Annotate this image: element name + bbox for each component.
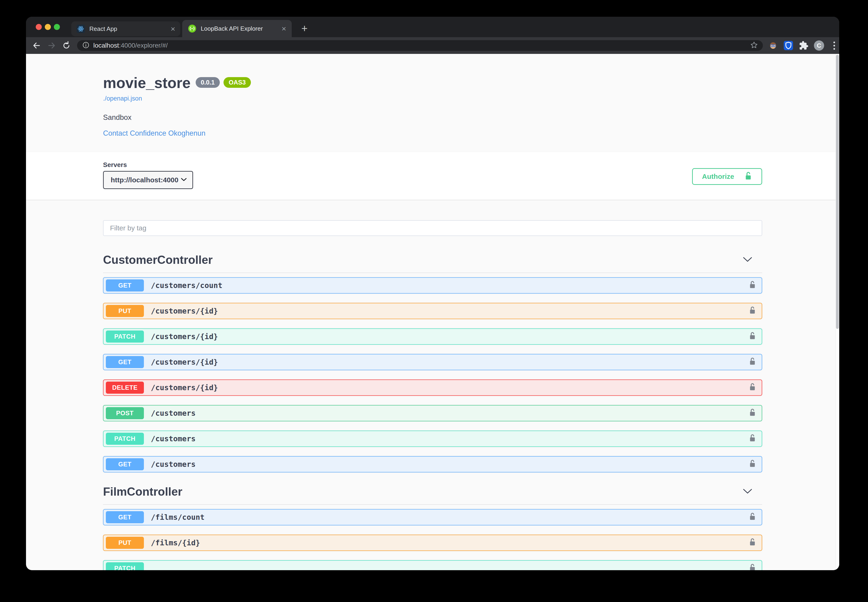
lock-icon[interactable] (748, 306, 756, 316)
profile-avatar[interactable]: C (814, 40, 824, 51)
react-icon (77, 25, 85, 33)
oas3-badge: OAS3 (224, 77, 251, 88)
browser-toolbar: localhost:4000/explorer/#/ (26, 37, 839, 54)
filter-input[interactable] (103, 220, 762, 236)
collapse-chevron-icon[interactable] (742, 256, 752, 263)
method-badge: GET (106, 511, 144, 523)
window-controls (36, 17, 60, 37)
chevron-down-icon (181, 177, 187, 183)
tab-react-app[interactable]: React App × (71, 22, 180, 36)
unlock-icon (744, 171, 752, 182)
operation-row[interactable]: GET /customers (103, 456, 762, 472)
operation-row[interactable]: PATCH (103, 560, 762, 570)
tab-loopback-explorer[interactable]: LoopBack API Explorer × (182, 20, 292, 37)
authorize-label: Authorize (702, 172, 734, 180)
lock-icon[interactable] (748, 459, 756, 469)
method-badge: PATCH (106, 433, 144, 445)
section-title: CustomerController (103, 253, 213, 267)
op-path: /customers (151, 434, 196, 443)
scrollbar-track[interactable] (836, 54, 839, 570)
servers-label: Servers (103, 161, 193, 169)
section-header[interactable]: CustomerController (103, 253, 762, 273)
persona-extension-icon[interactable] (768, 40, 778, 51)
method-badge: GET (106, 356, 144, 368)
operation-row[interactable]: PUT /films/{id} (103, 534, 762, 551)
extensions-puzzle-icon[interactable] (799, 40, 809, 51)
lock-icon[interactable] (748, 357, 756, 367)
lock-icon[interactable] (748, 281, 756, 290)
api-description: Sandbox (103, 113, 762, 122)
bitwarden-extension-icon[interactable] (783, 40, 793, 51)
lock-icon[interactable] (748, 408, 756, 418)
section-rows: GET /customers/count PUT /customers/{id}… (103, 273, 762, 472)
lock-icon[interactable] (748, 538, 756, 548)
method-badge: PATCH (106, 562, 144, 570)
kebab-menu-icon[interactable] (829, 41, 839, 50)
zoom-window-button[interactable] (54, 24, 60, 30)
operation-row[interactable]: PATCH /customers (103, 431, 762, 447)
lock-icon[interactable] (748, 383, 756, 393)
star-icon[interactable] (750, 41, 758, 50)
api-section: FilmController GET /films/count PUT /fil… (103, 485, 762, 570)
method-badge: POST (106, 407, 144, 419)
api-section: CustomerController GET /customers/count … (103, 253, 762, 472)
contact-link[interactable]: Contact Confidence Okoghenun (103, 129, 205, 138)
browser-window: React App × LoopBack API Explorer × (26, 17, 839, 570)
tab-close-icon[interactable]: × (171, 25, 175, 33)
op-path: /customers/{id} (151, 332, 218, 341)
operation-row[interactable]: PUT /customers/{id} (103, 303, 762, 319)
server-select[interactable]: http://localhost:4000 (103, 171, 193, 189)
tab-label: React App (89, 25, 167, 32)
op-path: /customers/{id} (151, 307, 218, 315)
operation-row[interactable]: PATCH /customers/{id} (103, 329, 762, 345)
openapi-spec-link[interactable]: ./openapi.json (103, 95, 142, 102)
operation-row[interactable]: GET /customers/count (103, 277, 762, 293)
operations-area: CustomerController GET /customers/count … (26, 200, 839, 570)
tab-label: LoopBack API Explorer (201, 25, 278, 32)
lock-icon[interactable] (748, 434, 756, 444)
minimize-window-button[interactable] (45, 24, 51, 30)
operation-row[interactable]: DELETE /customers/{id} (103, 379, 762, 396)
info-icon[interactable] (82, 41, 90, 50)
method-badge: PATCH (106, 330, 144, 342)
server-select-value: http://localhost:4000 (111, 176, 181, 184)
op-path: /customers (151, 460, 196, 469)
section-title: FilmController (103, 485, 182, 498)
back-icon[interactable] (29, 38, 44, 53)
section-header[interactable]: FilmController (103, 485, 762, 505)
op-path: /films/{id} (151, 538, 200, 547)
op-path: /customers/count (151, 281, 222, 290)
close-window-button[interactable] (36, 24, 42, 30)
operation-row[interactable]: GET /films/count (103, 509, 762, 525)
method-badge: GET (106, 458, 144, 470)
section-rows: GET /films/count PUT /films/{id} PATCH (103, 505, 762, 570)
operation-row[interactable]: GET /customers/{id} (103, 354, 762, 370)
page-title: movie_store (103, 75, 191, 91)
lock-icon[interactable] (748, 512, 756, 522)
method-badge: PUT (106, 537, 144, 549)
lock-icon[interactable] (748, 564, 756, 570)
method-badge: GET (106, 280, 144, 292)
scheme-container: Servers http://localhost:4000 Authorize (26, 152, 839, 200)
op-path: /customers/{id} (151, 358, 218, 367)
forward-icon[interactable] (44, 38, 59, 53)
api-info-section: movie_store 0.0.1 OAS3 ./openapi.json Sa… (26, 54, 839, 152)
sections: CustomerController GET /customers/count … (103, 253, 762, 570)
reload-icon[interactable] (59, 38, 74, 53)
tab-strip: React App × LoopBack API Explorer × (26, 17, 839, 37)
op-path: /customers/{id} (151, 383, 218, 392)
lock-icon[interactable] (748, 332, 756, 341)
version-badge: 0.0.1 (196, 77, 220, 88)
new-tab-button[interactable]: + (297, 21, 312, 36)
authorize-button[interactable]: Authorize (692, 168, 762, 185)
method-badge: DELETE (106, 382, 144, 394)
loopback-icon (188, 24, 197, 33)
url-bar[interactable]: localhost:4000/explorer/#/ (77, 40, 763, 51)
collapse-chevron-icon[interactable] (742, 488, 752, 495)
scrollbar-thumb[interactable] (836, 55, 839, 329)
page-viewport: movie_store 0.0.1 OAS3 ./openapi.json Sa… (26, 54, 839, 570)
tab-close-icon[interactable]: × (282, 25, 286, 32)
op-path: /films/count (151, 513, 204, 522)
operation-row[interactable]: POST /customers (103, 405, 762, 421)
method-badge: PUT (106, 305, 144, 317)
